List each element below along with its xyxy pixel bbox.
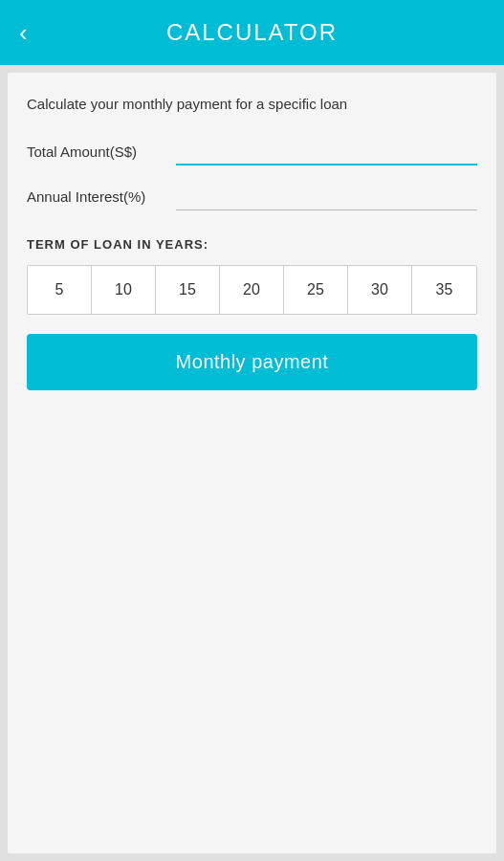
monthly-payment-button[interactable]: Monthly payment <box>27 334 477 390</box>
term-cell[interactable]: 20 <box>220 266 284 314</box>
term-section: TERM OF LOAN IN YEARS: 5101520253035 <box>27 230 477 315</box>
term-cell[interactable]: 15 <box>156 266 220 314</box>
annual-interest-row: Annual Interest(%) <box>27 185 477 210</box>
form-description: Calculate your monthly payment for a spe… <box>27 96 477 112</box>
term-grid: 5101520253035 <box>27 265 477 315</box>
annual-interest-input[interactable] <box>176 185 477 210</box>
term-label: TERM OF LOAN IN YEARS: <box>27 237 477 252</box>
total-amount-input[interactable] <box>176 139 477 166</box>
total-amount-label: Total Amount(S$) <box>27 144 161 166</box>
term-cell[interactable]: 10 <box>92 266 156 314</box>
main-content: Calculate your monthly payment for a spe… <box>8 73 496 853</box>
back-button[interactable]: ‹ <box>19 18 28 48</box>
term-cell[interactable]: 30 <box>348 266 412 314</box>
app-header: ‹ CALCULATOR <box>0 0 504 65</box>
term-cell[interactable]: 5 <box>28 266 92 314</box>
term-cell[interactable]: 35 <box>412 266 476 314</box>
total-amount-row: Total Amount(S$) <box>27 139 477 166</box>
term-cell[interactable]: 25 <box>284 266 348 314</box>
annual-interest-label: Annual Interest(%) <box>27 188 161 210</box>
page-title: CALCULATOR <box>166 19 338 46</box>
